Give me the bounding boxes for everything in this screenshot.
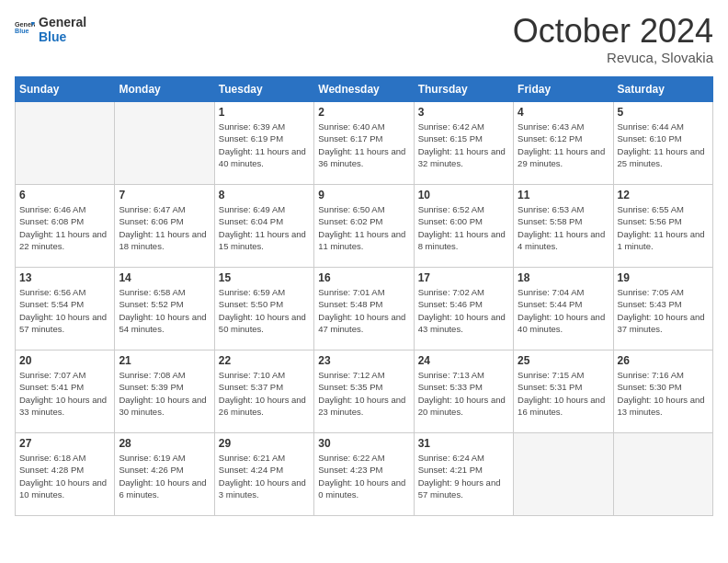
day-info: Sunrise: 6:52 AMSunset: 6:00 PMDaylight:…: [418, 203, 509, 252]
day-info: Sunrise: 7:15 AMSunset: 5:31 PMDaylight:…: [518, 369, 609, 418]
day-number: 17: [418, 271, 509, 284]
calendar-cell: 8Sunrise: 6:49 AMSunset: 6:04 PMDaylight…: [214, 185, 313, 268]
day-number: 12: [618, 189, 709, 201]
calendar-cell: 22Sunrise: 7:10 AMSunset: 5:37 PMDayligh…: [214, 350, 313, 433]
calendar-cell: 7Sunrise: 6:47 AMSunset: 6:06 PMDaylight…: [115, 185, 214, 268]
calendar-cell: 30Sunrise: 6:22 AMSunset: 4:23 PMDayligh…: [314, 433, 414, 516]
day-info: Sunrise: 7:16 AMSunset: 5:30 PMDaylight:…: [618, 369, 709, 418]
weekday-header-row: SundayMondayTuesdayWednesdayThursdayFrid…: [16, 77, 713, 102]
day-info: Sunrise: 6:24 AMSunset: 4:21 PMDaylight:…: [418, 452, 509, 500]
week-row-2: 6Sunrise: 6:46 AMSunset: 6:08 PMDaylight…: [16, 185, 713, 268]
day-number: 24: [418, 354, 509, 367]
calendar-cell: [16, 102, 115, 185]
calendar-cell: 19Sunrise: 7:05 AMSunset: 5:43 PMDayligh…: [613, 268, 712, 350]
day-info: Sunrise: 6:59 AMSunset: 5:50 PMDaylight:…: [219, 286, 310, 335]
calendar-cell: 15Sunrise: 6:59 AMSunset: 5:50 PMDayligh…: [214, 268, 313, 350]
calendar-cell: 26Sunrise: 7:16 AMSunset: 5:30 PMDayligh…: [613, 350, 712, 433]
title-area: October 2024 Revuca, Slovakia: [513, 15, 713, 65]
calendar-cell: 21Sunrise: 7:08 AMSunset: 5:39 PMDayligh…: [115, 350, 214, 433]
day-info: Sunrise: 7:10 AMSunset: 5:37 PMDaylight:…: [219, 369, 310, 418]
day-info: Sunrise: 6:39 AMSunset: 6:19 PMDaylight:…: [219, 121, 310, 169]
day-number: 23: [318, 354, 409, 367]
day-info: Sunrise: 7:02 AMSunset: 5:46 PMDaylight:…: [418, 286, 509, 335]
week-row-1: 1Sunrise: 6:39 AMSunset: 6:19 PMDaylight…: [16, 102, 713, 185]
header: General Blue General Blue October 2024 R…: [15, 15, 713, 65]
calendar-cell: 25Sunrise: 7:15 AMSunset: 5:31 PMDayligh…: [514, 350, 613, 433]
day-info: Sunrise: 6:44 AMSunset: 6:10 PMDaylight:…: [618, 121, 709, 169]
logo-blue-text: Blue: [39, 29, 86, 44]
calendar-cell: 18Sunrise: 7:04 AMSunset: 5:44 PMDayligh…: [514, 268, 613, 350]
day-info: Sunrise: 6:56 AMSunset: 5:54 PMDaylight:…: [19, 286, 110, 335]
calendar-cell: 4Sunrise: 6:43 AMSunset: 6:12 PMDaylight…: [514, 102, 613, 185]
day-info: Sunrise: 6:21 AMSunset: 4:24 PMDaylight:…: [219, 452, 310, 500]
day-info: Sunrise: 6:22 AMSunset: 4:23 PMDaylight:…: [318, 452, 409, 500]
calendar-cell: 29Sunrise: 6:21 AMSunset: 4:24 PMDayligh…: [214, 433, 313, 516]
day-number: 4: [518, 106, 609, 119]
day-number: 15: [219, 271, 310, 284]
logo-icon: General Blue: [15, 17, 35, 38]
day-number: 30: [318, 437, 409, 450]
day-info: Sunrise: 6:42 AMSunset: 6:15 PMDaylight:…: [418, 121, 509, 169]
day-number: 20: [19, 354, 110, 367]
calendar-cell: 14Sunrise: 6:58 AMSunset: 5:52 PMDayligh…: [115, 268, 214, 350]
calendar-cell: 11Sunrise: 6:53 AMSunset: 5:58 PMDayligh…: [514, 185, 613, 268]
day-number: 28: [119, 437, 210, 450]
calendar-cell: 3Sunrise: 6:42 AMSunset: 6:15 PMDaylight…: [414, 102, 513, 185]
calendar-cell: 28Sunrise: 6:19 AMSunset: 4:26 PMDayligh…: [115, 433, 214, 516]
day-number: 21: [119, 354, 210, 367]
day-number: 11: [518, 189, 609, 201]
day-number: 2: [318, 106, 409, 119]
calendar-cell: [514, 433, 613, 516]
day-info: Sunrise: 6:53 AMSunset: 5:58 PMDaylight:…: [518, 203, 609, 252]
calendar-cell: 13Sunrise: 6:56 AMSunset: 5:54 PMDayligh…: [16, 268, 115, 350]
day-info: Sunrise: 6:43 AMSunset: 6:12 PMDaylight:…: [518, 121, 609, 169]
day-info: Sunrise: 7:07 AMSunset: 5:41 PMDaylight:…: [19, 369, 110, 418]
day-number: 10: [418, 189, 509, 201]
day-number: 14: [119, 271, 210, 284]
day-info: Sunrise: 6:40 AMSunset: 6:17 PMDaylight:…: [318, 121, 409, 169]
day-number: 29: [219, 437, 310, 450]
calendar-cell: 1Sunrise: 6:39 AMSunset: 6:19 PMDaylight…: [214, 102, 313, 185]
calendar-cell: 16Sunrise: 7:01 AMSunset: 5:48 PMDayligh…: [314, 268, 414, 350]
calendar-cell: 24Sunrise: 7:13 AMSunset: 5:33 PMDayligh…: [414, 350, 513, 433]
day-info: Sunrise: 7:05 AMSunset: 5:43 PMDaylight:…: [618, 286, 709, 335]
weekday-header-saturday: Saturday: [613, 77, 712, 102]
calendar-table: SundayMondayTuesdayWednesdayThursdayFrid…: [15, 76, 713, 516]
weekday-header-sunday: Sunday: [16, 77, 115, 102]
weekday-header-thursday: Thursday: [414, 77, 513, 102]
week-row-4: 20Sunrise: 7:07 AMSunset: 5:41 PMDayligh…: [16, 350, 713, 433]
day-info: Sunrise: 7:04 AMSunset: 5:44 PMDaylight:…: [518, 286, 609, 335]
day-info: Sunrise: 6:55 AMSunset: 5:56 PMDaylight:…: [618, 203, 709, 252]
day-number: 16: [318, 271, 409, 284]
day-info: Sunrise: 6:58 AMSunset: 5:52 PMDaylight:…: [119, 286, 210, 335]
day-info: Sunrise: 6:49 AMSunset: 6:04 PMDaylight:…: [219, 203, 310, 252]
day-number: 31: [418, 437, 509, 450]
day-number: 22: [219, 354, 310, 367]
calendar-cell: 17Sunrise: 7:02 AMSunset: 5:46 PMDayligh…: [414, 268, 513, 350]
calendar-cell: 20Sunrise: 7:07 AMSunset: 5:41 PMDayligh…: [16, 350, 115, 433]
day-info: Sunrise: 7:12 AMSunset: 5:35 PMDaylight:…: [318, 369, 409, 418]
calendar-cell: 12Sunrise: 6:55 AMSunset: 5:56 PMDayligh…: [613, 185, 712, 268]
calendar-cell: 23Sunrise: 7:12 AMSunset: 5:35 PMDayligh…: [314, 350, 414, 433]
calendar-cell: [613, 433, 712, 516]
day-info: Sunrise: 6:47 AMSunset: 6:06 PMDaylight:…: [119, 203, 210, 252]
logo: General Blue General Blue: [15, 15, 86, 44]
day-number: 1: [219, 106, 310, 119]
day-number: 9: [318, 189, 409, 201]
day-info: Sunrise: 6:19 AMSunset: 4:26 PMDaylight:…: [119, 452, 210, 500]
calendar-cell: 2Sunrise: 6:40 AMSunset: 6:17 PMDaylight…: [314, 102, 414, 185]
location-subtitle: Revuca, Slovakia: [513, 50, 713, 65]
day-number: 6: [19, 189, 110, 201]
week-row-3: 13Sunrise: 6:56 AMSunset: 5:54 PMDayligh…: [16, 268, 713, 350]
day-number: 7: [119, 189, 210, 201]
day-info: Sunrise: 7:01 AMSunset: 5:48 PMDaylight:…: [318, 286, 409, 335]
svg-text:Blue: Blue: [15, 28, 29, 35]
calendar-cell: 9Sunrise: 6:50 AMSunset: 6:02 PMDaylight…: [314, 185, 414, 268]
day-info: Sunrise: 6:46 AMSunset: 6:08 PMDaylight:…: [19, 203, 110, 252]
logo-general-text: General: [39, 15, 86, 29]
day-info: Sunrise: 6:18 AMSunset: 4:28 PMDaylight:…: [19, 452, 110, 500]
calendar-cell: 10Sunrise: 6:52 AMSunset: 6:00 PMDayligh…: [414, 185, 513, 268]
day-number: 13: [19, 271, 110, 284]
day-info: Sunrise: 6:50 AMSunset: 6:02 PMDaylight:…: [318, 203, 409, 252]
calendar-cell: 31Sunrise: 6:24 AMSunset: 4:21 PMDayligh…: [414, 433, 513, 516]
